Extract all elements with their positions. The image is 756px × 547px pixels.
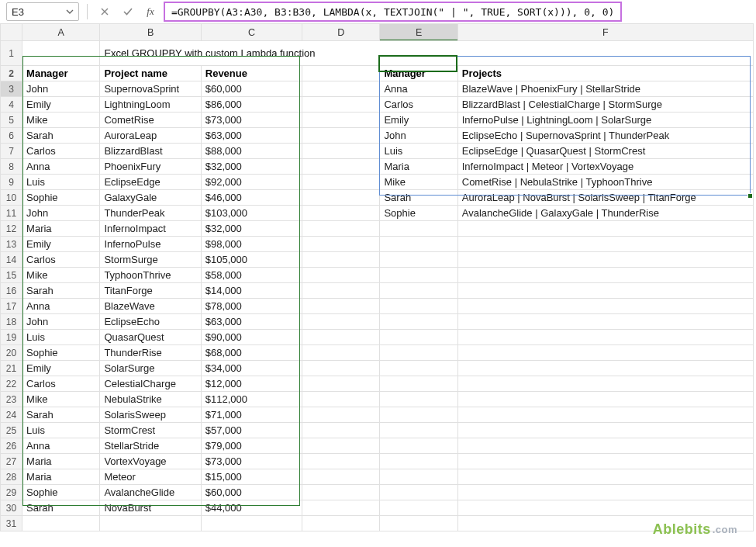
cell[interactable]: Sarah [22, 500, 100, 516]
cell[interactable]: Mike [22, 392, 100, 407]
cell[interactable]: Luis [22, 175, 100, 190]
cell[interactable]: Luis [380, 144, 457, 159]
cell[interactable] [302, 330, 380, 345]
cell[interactable] [380, 516, 457, 531]
cell[interactable]: Emily [22, 361, 100, 376]
cell[interactable]: Sophie [380, 206, 457, 221]
cell[interactable] [457, 268, 753, 283]
cell[interactable] [302, 438, 380, 454]
cell[interactable] [302, 128, 380, 144]
cell[interactable] [380, 423, 457, 438]
cell[interactable] [302, 423, 380, 438]
cell[interactable]: Anna [22, 159, 100, 175]
cell[interactable]: Anna [22, 299, 100, 314]
cell[interactable] [302, 159, 380, 175]
cell[interactable]: $103,000 [201, 206, 302, 221]
row-header[interactable]: 20 [1, 345, 22, 361]
cell[interactable]: AvalancheGlide [100, 485, 201, 500]
cell[interactable] [302, 252, 380, 268]
row-header[interactable]: 19 [1, 330, 22, 345]
cell[interactable] [457, 376, 753, 392]
cell[interactable] [302, 144, 380, 159]
cell[interactable]: SolarisSweep [100, 407, 201, 423]
cell[interactable]: AuroraLeap | NovaBurst | SolarisSweep | … [457, 190, 753, 206]
cell[interactable]: $34,000 [201, 361, 302, 376]
cell[interactable] [380, 485, 457, 500]
cell[interactable] [380, 469, 457, 485]
fill-handle[interactable] [747, 193, 753, 199]
row-header[interactable]: 11 [1, 206, 22, 221]
cell[interactable]: $15,000 [201, 469, 302, 485]
cell[interactable]: CelestialCharge [100, 376, 201, 392]
cell[interactable] [380, 283, 457, 299]
cell[interactable]: Luis [22, 423, 100, 438]
row-header[interactable]: 13 [1, 237, 22, 252]
cell[interactable]: TitanForge [100, 283, 201, 299]
cell[interactable]: $105,000 [201, 252, 302, 268]
cell[interactable] [22, 516, 100, 531]
cell[interactable] [457, 407, 753, 423]
cell[interactable]: $68,000 [201, 345, 302, 361]
cell[interactable]: Mike [22, 113, 100, 128]
cell[interactable]: CometRise | NebulaStrike | TyphoonThrive [457, 175, 753, 190]
cell[interactable]: BlazeWave | PhoenixFury | StellarStride [457, 81, 753, 97]
row-header[interactable]: 5 [1, 113, 22, 128]
cell[interactable] [22, 41, 100, 66]
cell[interactable]: VortexVoyage [100, 454, 201, 469]
page-title[interactable]: Excel GROUPBY with custom Lambda functio… [100, 41, 754, 66]
cell[interactable]: $46,000 [201, 190, 302, 206]
cell[interactable]: Mike [380, 175, 457, 190]
row-header[interactable]: 2 [1, 66, 22, 81]
row-header[interactable]: 23 [1, 392, 22, 407]
cell[interactable]: $88,000 [201, 144, 302, 159]
header-result-projects[interactable]: Projects [457, 66, 753, 81]
cell[interactable]: $78,000 [201, 299, 302, 314]
formula-input[interactable]: =GROUPBY(A3:A30, B3:B30, LAMBDA(x, TEXTJ… [164, 2, 622, 22]
cell[interactable]: $32,000 [201, 221, 302, 237]
cell[interactable] [302, 345, 380, 361]
cell[interactable] [457, 345, 753, 361]
cell[interactable]: John [22, 81, 100, 97]
cell[interactable]: $44,000 [201, 500, 302, 516]
cell[interactable] [457, 454, 753, 469]
cell[interactable] [302, 314, 380, 330]
cell[interactable]: $73,000 [201, 454, 302, 469]
cancel-icon[interactable] [95, 2, 114, 21]
col-header-F[interactable]: F [457, 24, 753, 41]
cell[interactable] [302, 485, 380, 500]
cell[interactable]: $98,000 [201, 237, 302, 252]
cell[interactable]: Anna [380, 81, 457, 97]
cell[interactable] [302, 175, 380, 190]
cell[interactable]: $63,000 [201, 128, 302, 144]
cell[interactable] [302, 361, 380, 376]
cell[interactable]: InfernoPulse [100, 237, 201, 252]
cell[interactable] [380, 500, 457, 516]
cell[interactable]: ThunderPeak [100, 206, 201, 221]
cell[interactable]: LightningLoom [100, 97, 201, 113]
cell[interactable] [380, 407, 457, 423]
cell[interactable]: EclipseEcho | SupernovaSprint | ThunderP… [457, 128, 753, 144]
cell[interactable]: Maria [22, 454, 100, 469]
cell[interactable] [457, 469, 753, 485]
cell[interactable] [457, 252, 753, 268]
row-header[interactable]: 12 [1, 221, 22, 237]
cell[interactable]: StormSurge [100, 252, 201, 268]
cell[interactable] [302, 237, 380, 252]
cell[interactable] [457, 361, 753, 376]
cell[interactable] [302, 268, 380, 283]
cell[interactable] [302, 66, 380, 81]
cell[interactable] [100, 516, 201, 531]
header-revenue[interactable]: Revenue [201, 66, 302, 81]
select-all-corner[interactable] [1, 24, 22, 41]
cell[interactable]: Sarah [22, 407, 100, 423]
col-header-C[interactable]: C [201, 24, 302, 41]
cell[interactable] [380, 454, 457, 469]
row-header[interactable]: 3 [1, 81, 22, 97]
row-header[interactable]: 22 [1, 376, 22, 392]
cell[interactable] [457, 237, 753, 252]
cell[interactable]: EclipseEdge | QuasarQuest | StormCrest [457, 144, 753, 159]
chevron-down-icon[interactable] [66, 6, 74, 18]
cell[interactable]: $92,000 [201, 175, 302, 190]
cell[interactable] [457, 221, 753, 237]
row-header[interactable]: 4 [1, 97, 22, 113]
